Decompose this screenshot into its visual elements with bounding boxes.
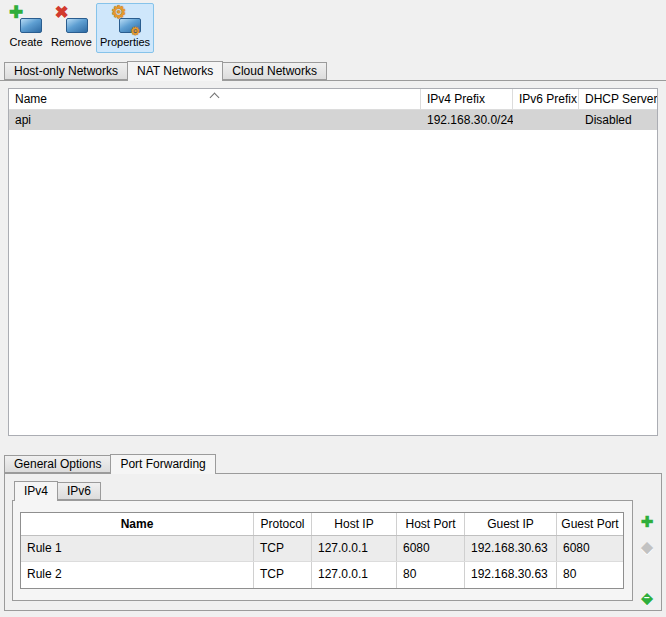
monitor-icon: [20, 18, 42, 33]
tab-label: IPv4: [24, 484, 48, 498]
tab-label: General Options: [14, 457, 101, 471]
tab-label: Port Forwarding: [120, 457, 205, 471]
ip-version-tabs: IPv4 IPv6: [14, 481, 100, 501]
column-header-label: DHCP Server: [585, 92, 657, 106]
cell-protocol: TCP: [254, 536, 312, 561]
column-header-host-ip[interactable]: Host IP: [312, 513, 397, 535]
remove-network-icon: ✖: [55, 7, 89, 34]
network-row-api[interactable]: api 192.168.30.0/24 Disabled: [9, 110, 657, 130]
minus-overlay-icon: −: [637, 588, 657, 607]
tab-host-only-networks[interactable]: Host-only Networks: [4, 62, 128, 80]
tab-ipv4[interactable]: IPv4: [14, 481, 58, 501]
cell-protocol: TCP: [254, 562, 312, 588]
toolbar: ✚ Create ✖ Remove ⚙ ⚙ Properties: [0, 0, 666, 58]
remove-network-button[interactable]: ✖ Remove: [48, 3, 95, 53]
column-header-ipv6-prefix[interactable]: IPv6 Prefix: [513, 89, 579, 109]
column-header-label: IPv6 Prefix: [519, 92, 577, 106]
cell-guest-ip: 192.168.30.63: [465, 536, 557, 561]
tab-cloud-networks[interactable]: Cloud Networks: [222, 62, 327, 80]
sort-ascending-icon: [209, 93, 219, 103]
column-header-guest-port[interactable]: Guest Port: [557, 513, 623, 535]
cross-badge-icon: ✖: [55, 4, 69, 21]
column-header-guest-ip[interactable]: Guest IP: [465, 513, 557, 535]
cell-host-ip: 127.0.0.1: [312, 562, 397, 588]
network-type-tabs: Host-only Networks NAT Networks Cloud Ne…: [4, 60, 326, 81]
remove-rule-button[interactable]: ◆ −: [637, 588, 657, 608]
column-header-name[interactable]: Name: [9, 89, 421, 109]
create-network-button[interactable]: ✚ Create: [5, 3, 47, 53]
add-rule-button[interactable]: ✚: [637, 512, 657, 532]
cell-ipv4-prefix: 192.168.30.0/24: [421, 110, 513, 130]
cell-rule-name: Rule 2: [21, 562, 254, 588]
column-header-label: Name: [15, 92, 47, 106]
column-header-label: IPv4 Prefix: [427, 92, 485, 106]
add-rule-icon: ✚: [637, 512, 657, 532]
cell-host-port: 80: [397, 562, 465, 588]
cell-guest-port: 80: [557, 562, 623, 588]
cell-host-ip: 127.0.0.1: [312, 536, 397, 561]
cell-rule-name: Rule 1: [21, 536, 254, 561]
properties-icon: ⚙ ⚙: [108, 7, 142, 34]
properties-button-label: Properties: [100, 36, 150, 48]
tab-port-forwarding[interactable]: Port Forwarding: [110, 454, 215, 474]
tab-label: Host-only Networks: [14, 64, 118, 78]
cell-guest-ip: 192.168.30.63: [465, 562, 557, 588]
nat-networks-table: Name IPv4 Prefix IPv6 Prefix DHCP Server…: [8, 88, 658, 436]
tab-label: IPv6: [67, 484, 91, 498]
tab-nat-networks[interactable]: NAT Networks: [127, 61, 223, 81]
cell-name: api: [9, 110, 421, 130]
remove-button-label: Remove: [51, 36, 92, 48]
copy-rule-icon: ◆: [637, 537, 657, 557]
port-forwarding-table-header: Name Protocol Host IP Host Port Guest IP…: [21, 513, 623, 536]
rule-row-2[interactable]: Rule 2 TCP 127.0.0.1 80 192.168.30.63 80: [21, 562, 623, 588]
tab-label: Cloud Networks: [232, 64, 317, 78]
column-header-rule-name[interactable]: Name: [21, 513, 254, 535]
cell-ipv6-prefix: [513, 110, 579, 130]
tab-general-options[interactable]: General Options: [4, 455, 111, 473]
cell-guest-port: 6080: [557, 536, 623, 561]
tab-ipv6[interactable]: IPv6: [57, 482, 101, 500]
column-header-ipv4-prefix[interactable]: IPv4 Prefix: [421, 89, 513, 109]
create-button-label: Create: [9, 36, 42, 48]
port-forwarding-table: Name Protocol Host IP Host Port Guest IP…: [20, 512, 624, 589]
network-detail-tabs: General Options Port Forwarding: [4, 453, 215, 474]
column-header-host-port[interactable]: Host Port: [397, 513, 465, 535]
tab-label: NAT Networks: [137, 64, 213, 78]
cell-dhcp-server: Disabled: [579, 110, 657, 130]
column-header-dhcp-server[interactable]: DHCP Server: [579, 89, 657, 109]
create-network-icon: ✚: [9, 7, 43, 34]
rule-row-1[interactable]: Rule 1 TCP 127.0.0.1 6080 192.168.30.63 …: [21, 536, 623, 562]
networks-table-header: Name IPv4 Prefix IPv6 Prefix DHCP Server: [9, 89, 657, 110]
gear-small-icon: ⚙: [130, 26, 140, 37]
column-header-protocol[interactable]: Protocol: [254, 513, 312, 535]
copy-rule-button[interactable]: ◆: [637, 537, 657, 557]
monitor-icon: [66, 18, 88, 33]
virtualbox-network-manager: ✚ Create ✖ Remove ⚙ ⚙ Properties Host-on…: [0, 0, 666, 617]
properties-button[interactable]: ⚙ ⚙ Properties: [96, 3, 154, 53]
gear-icon: ⚙: [111, 4, 126, 21]
cell-host-port: 6080: [397, 536, 465, 561]
plus-badge-icon: ✚: [9, 4, 23, 21]
